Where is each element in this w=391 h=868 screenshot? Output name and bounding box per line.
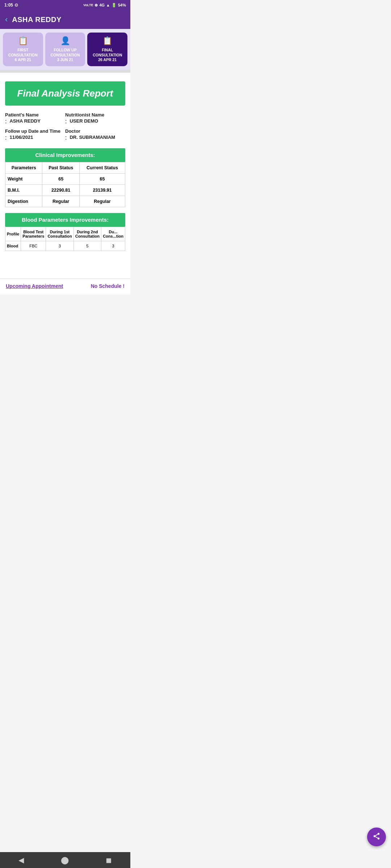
- consultation-tabs: 📋 FIRST CONSULTATION6 APR 21 👤 FOLLOW UP…: [0, 29, 130, 70]
- page-title: ASHA REDDY: [12, 16, 62, 24]
- col-current-status: Current Status: [79, 162, 125, 173]
- cell-digestion-param: Digestion: [5, 196, 42, 207]
- doctor-value: DR. SUBRAMANIAM: [70, 135, 115, 140]
- time-display: 1:05: [4, 3, 13, 8]
- battery-icon: 🔋: [112, 3, 117, 8]
- col-during-1st: During 1st Consultation: [46, 227, 73, 241]
- cell-weight-past: 65: [42, 173, 79, 184]
- blood-section-header: Blood Parameters Improvements:: [5, 213, 125, 227]
- colon-4: :: [65, 135, 67, 141]
- cell-fbc: FBC: [21, 241, 46, 251]
- patient-info-grid: Patient's Name : ASHA REDDY Nutritionist…: [5, 112, 125, 141]
- status-time: 1:05 ⊙: [4, 3, 18, 8]
- tab-final-consultation[interactable]: 📋 FINAL CONSULTATION26 APR 21: [87, 33, 127, 66]
- blood-table-header-row: Profile Blood Test Parameters During 1st…: [5, 227, 125, 241]
- no-schedule-label: No Schedule !: [91, 283, 125, 289]
- cell-digestion-current: Regular: [79, 196, 125, 207]
- clinical-table-header-row: Parameters Past Status Current Status: [5, 162, 125, 173]
- first-consult-icon: 📋: [18, 36, 28, 46]
- patient-name-cell: Patient's Name : ASHA REDDY: [5, 112, 65, 125]
- doctor-cell: Doctor : DR. SUBRAMANIAM: [65, 128, 125, 141]
- clinical-section-title: Clinical Improvements:: [35, 152, 95, 158]
- nutritionist-cell: Nutritionist Name : USER DEMO: [65, 112, 125, 125]
- blood-section-title: Blood Parameters Improvements:: [22, 217, 109, 223]
- followup-date-label: Follow up Date and Time: [5, 128, 65, 134]
- table-row: Weight 65 65: [5, 173, 125, 184]
- clinical-table: Parameters Past Status Current Status We…: [5, 162, 125, 207]
- patient-name-value: ASHA REDDY: [9, 118, 40, 124]
- doctor-label: Doctor: [65, 128, 125, 134]
- tab-first-consultation[interactable]: 📋 FIRST CONSULTATION6 APR 21: [3, 33, 43, 66]
- col-profile: Profile: [5, 227, 21, 241]
- table-row: B.M.I. 22290.81 23139.91: [5, 184, 125, 196]
- nutritionist-row: : USER DEMO: [65, 118, 125, 125]
- bottom-appointment-bar: Upcoming Appointment No Schedule !: [0, 278, 130, 293]
- cell-bmi-param: B.M.I.: [5, 184, 42, 196]
- patient-name-label: Patient's Name: [5, 112, 65, 118]
- main-content: Final Analysis Report Patient's Name : A…: [0, 73, 130, 294]
- blood-table: Profile Blood Test Parameters During 1st…: [5, 227, 125, 251]
- notification-icon: ⊙: [14, 3, 18, 8]
- followup-date-value: 11/06/2021: [9, 135, 33, 140]
- header: ‹ ASHA REDDY: [0, 10, 130, 29]
- followup-consult-icon: 👤: [60, 36, 70, 46]
- cell-digestion-past: Regular: [42, 196, 79, 207]
- signal-icon: 4G: [99, 3, 105, 7]
- cell-bmi-past: 22290.81: [42, 184, 79, 196]
- cell-weight-current: 65: [79, 173, 125, 184]
- patient-name-row: : ASHA REDDY: [5, 118, 65, 125]
- status-bar: 1:05 ⊙ VoLTE ⊛ 4G ▲ 🔋 54%: [0, 0, 130, 10]
- tab-followup-consultation[interactable]: 👤 FOLLOW UP CONSULTATION3 JUN 21: [45, 33, 85, 66]
- wifi-icon: ⊛: [94, 3, 98, 8]
- colon-2: :: [65, 118, 67, 125]
- report-title: Final Analysis Report: [17, 88, 113, 99]
- cell-2nd-val: 5: [73, 241, 101, 251]
- col-blood-test-params: Blood Test Parameters: [21, 227, 46, 241]
- col-during-2nd: During 2nd Consultation: [73, 227, 101, 241]
- cell-blood-profile: Blood: [5, 241, 21, 251]
- colon-1: :: [5, 118, 7, 125]
- final-consult-label: FINAL CONSULTATION26 APR 21: [89, 48, 125, 63]
- table-row: Blood FBC 3 5 3: [5, 241, 125, 251]
- table-row: Digestion Regular Regular: [5, 196, 125, 207]
- clinical-section-header: Clinical Improvements:: [5, 148, 125, 162]
- col-past-status: Past Status: [42, 162, 79, 173]
- followup-date-cell: Follow up Date and Time : 11/06/2021: [5, 128, 65, 141]
- final-consult-icon: 📋: [102, 36, 112, 46]
- colon-3: :: [5, 135, 7, 141]
- status-icons: VoLTE ⊛ 4G ▲ 🔋 54%: [83, 3, 126, 8]
- col-during-3rd: Du... Cons...tion: [101, 227, 125, 241]
- volte-icon: VoLTE: [83, 3, 93, 7]
- first-consult-label: FIRST CONSULTATION6 APR 21: [5, 48, 41, 63]
- col-parameters: Parameters: [5, 162, 42, 173]
- nutritionist-label: Nutritionist Name: [65, 112, 125, 118]
- cell-3rd-val: 3: [101, 241, 125, 251]
- cell-bmi-current: 23139.91: [79, 184, 125, 196]
- followup-date-row: : 11/06/2021: [5, 135, 65, 141]
- report-header-banner: Final Analysis Report: [5, 81, 125, 106]
- battery-percent: 54%: [118, 3, 126, 7]
- divider: [0, 70, 130, 73]
- cell-1st-val: 3: [46, 241, 73, 251]
- cell-weight-param: Weight: [5, 173, 42, 184]
- back-button[interactable]: ‹: [5, 15, 8, 24]
- nutritionist-value: USER DEMO: [70, 118, 98, 124]
- signal-bar-icon: ▲: [106, 3, 110, 7]
- doctor-row: : DR. SUBRAMANIAM: [65, 135, 125, 141]
- followup-consult-label: FOLLOW UP CONSULTATION3 JUN 21: [47, 48, 83, 63]
- upcoming-appointment-link[interactable]: Upcoming Appointment: [6, 283, 63, 289]
